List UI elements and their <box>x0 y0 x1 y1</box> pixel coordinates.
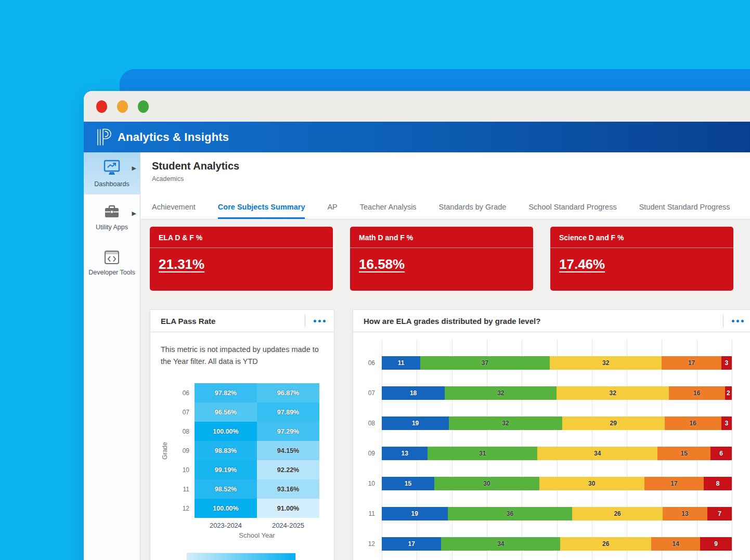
sidebar-item-dashboards[interactable]: Dashboards ▶ <box>84 152 140 194</box>
bar-segment-red[interactable]: 8 <box>704 477 732 490</box>
bar-segment-yellow[interactable]: 32 <box>557 386 668 400</box>
heatmap-cell[interactable]: 98.83% <box>195 441 257 460</box>
more-options-icon <box>323 320 326 322</box>
more-options-button[interactable] <box>305 310 334 332</box>
heatmap-cell[interactable]: 100.00% <box>195 422 257 441</box>
bar-track: 193626137 <box>382 507 732 520</box>
sidebar-item-label: Developer Tools <box>86 268 138 277</box>
bar-segment-green[interactable]: 37 <box>420 356 550 370</box>
bar-segment-red[interactable]: 6 <box>710 447 732 460</box>
bar-category-label: 12 <box>361 540 382 548</box>
bar-segment-green[interactable]: 32 <box>449 416 562 430</box>
bar-segment-blue[interactable]: 17 <box>382 537 441 551</box>
heatmap-cell[interactable]: 99.19% <box>195 460 257 479</box>
bar-segment-orange[interactable]: 16 <box>669 386 725 400</box>
tab-achievement[interactable]: Achievement <box>152 195 196 219</box>
x-axis-title: School Year <box>195 531 319 539</box>
heatmap-cell[interactable]: 98.52% <box>195 479 257 499</box>
heatmap-row: 0796.56%97.89% <box>170 402 319 422</box>
tab-school-standard-progress[interactable]: School Standard Progress <box>528 195 616 219</box>
bar-segment-orange[interactable]: 16 <box>665 416 721 430</box>
bar-segment-yellow[interactable]: 34 <box>537 447 657 460</box>
bar-segment-red[interactable]: 2 <box>725 386 732 400</box>
heatmap-row: 08100.00%97.29% <box>170 422 319 441</box>
heatmap-cell[interactable]: 93.16% <box>257 479 319 499</box>
bar-category-label: 08 <box>361 420 382 427</box>
bar-segment-yellow[interactable]: 30 <box>539 477 644 490</box>
powerschool-logo-icon <box>96 127 111 148</box>
app-header: Analytics & Insights <box>84 122 750 152</box>
bar-segment-green[interactable]: 31 <box>428 447 537 460</box>
x-axis-tick-label: 2023-2024 <box>195 522 257 529</box>
bar-segment-blue[interactable]: 19 <box>382 507 448 520</box>
heatmap-cell[interactable]: 96.87% <box>257 383 319 402</box>
bar-segment-green[interactable]: 32 <box>445 386 557 400</box>
heatmap-cell[interactable]: 97.29% <box>257 422 319 441</box>
heatmap-cell[interactable]: 92.22% <box>257 460 319 479</box>
heatmap-cell[interactable]: 94.15% <box>257 441 319 460</box>
zoom-window-button[interactable] <box>138 100 149 113</box>
bar-row-grade-10: 10153030178 <box>361 468 732 499</box>
more-options-icon <box>732 320 734 322</box>
bar-segment-orange[interactable]: 15 <box>657 447 710 460</box>
desktop-background: Analytics & Insights Dashboards ▶ <box>0 0 750 560</box>
bar-segment-red[interactable]: 7 <box>707 507 732 520</box>
tab-ap[interactable]: AP <box>327 195 337 219</box>
bar-track: 113732173 <box>382 356 732 370</box>
heatmap-cell[interactable]: 96.56% <box>195 402 257 422</box>
close-window-button[interactable] <box>96 100 107 113</box>
kpi-title: Science D and F % <box>550 227 733 248</box>
bar-segment-red[interactable]: 3 <box>721 356 732 370</box>
tab-student-standard-progress[interactable]: Student Standard Progress <box>639 195 730 219</box>
more-options-icon <box>741 320 744 322</box>
bar-segment-blue[interactable]: 15 <box>382 477 434 490</box>
bar-segment-orange[interactable]: 17 <box>644 477 704 490</box>
grade-distribution-card: How are ELA grades distributed by grade … <box>353 309 750 560</box>
more-options-button[interactable] <box>723 310 750 332</box>
bar-category-label: 11 <box>361 510 382 517</box>
heatmap-chart: Grade 0697.82%96.87%0796.56%97.89%08100.… <box>160 383 334 518</box>
heatmap-cell[interactable]: 100.00% <box>195 499 257 518</box>
bar-segment-green[interactable]: 36 <box>448 507 573 520</box>
bar-row-grade-07: 07183232162 <box>361 378 732 408</box>
tab-core-subjects-summary[interactable]: Core Subjects Summary <box>218 195 305 219</box>
bar-segment-green[interactable]: 30 <box>434 477 539 490</box>
window-titlebar <box>84 91 750 122</box>
bar-segment-yellow[interactable]: 26 <box>572 507 662 520</box>
bar-segment-blue[interactable]: 19 <box>382 416 449 430</box>
kpi-value-link[interactable]: 17.46% <box>559 256 605 272</box>
sidebar-item-utility-apps[interactable]: Utility Apps ▶ <box>84 198 140 238</box>
bar-segment-yellow[interactable]: 32 <box>550 356 662 370</box>
bar-segment-blue[interactable]: 13 <box>382 447 428 460</box>
sidebar-item-developer-tools[interactable]: Developer Tools <box>84 243 140 283</box>
heatmap-cell[interactable]: 97.82% <box>195 383 257 402</box>
kpi-value-link[interactable]: 21.31% <box>159 256 204 272</box>
bar-category-label: 06 <box>361 359 382 367</box>
bar-segment-orange[interactable]: 17 <box>662 356 721 370</box>
bar-segment-red[interactable]: 9 <box>700 537 732 551</box>
heatmap-cell[interactable]: 97.89% <box>257 402 319 422</box>
heatmap-row-label: 07 <box>170 409 195 416</box>
kpi-card-science-d-and-f: Science D and F %17.46% <box>550 227 733 291</box>
x-axis-tick-label: 2024-2025 <box>257 522 319 529</box>
card-header: How are ELA grades distributed by grade … <box>353 310 750 332</box>
minimize-window-button[interactable] <box>117 100 128 113</box>
page-title: Student Analytics <box>152 160 750 172</box>
gridline <box>732 340 732 560</box>
tab-teacher-analysis[interactable]: Teacher Analysis <box>360 195 417 219</box>
bar-segment-red[interactable]: 3 <box>721 416 732 430</box>
bar-segment-orange[interactable]: 13 <box>663 507 708 520</box>
heatmap-cell[interactable]: 91.00% <box>257 499 319 518</box>
bar-segment-orange[interactable]: 14 <box>651 537 700 551</box>
kpi-value-link[interactable]: 16.58% <box>359 256 405 272</box>
bar-segment-yellow[interactable]: 29 <box>562 416 665 430</box>
bar-segment-green[interactable]: 34 <box>441 537 560 551</box>
bar-segment-blue[interactable]: 11 <box>382 356 420 370</box>
bar-row-grade-11: 11193626137 <box>361 499 732 529</box>
tab-standards-by-grade[interactable]: Standards by Grade <box>439 195 507 219</box>
card-title: ELA Pass Rate <box>150 317 305 325</box>
bar-segment-yellow[interactable]: 26 <box>560 537 651 551</box>
heatmap-row-label: 12 <box>170 505 195 512</box>
bar-row-grade-09: 09133134156 <box>361 438 732 468</box>
bar-segment-blue[interactable]: 18 <box>382 386 445 400</box>
